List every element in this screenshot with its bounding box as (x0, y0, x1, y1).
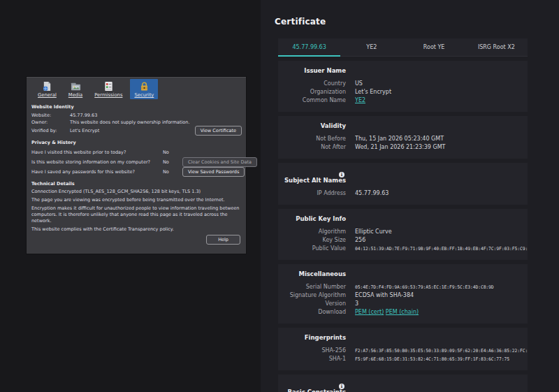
row-label: SHA-256 (278, 347, 346, 355)
cert-row: Key Size 256 (278, 236, 528, 245)
pem-cert-link[interactable]: PEM (cert) (355, 309, 384, 315)
row-value: Thu, 15 Jan 2026 05:23:40 GMT (355, 135, 528, 143)
pem-chain-link[interactable]: PEM (chain) (386, 309, 419, 315)
row-label: Not Before (278, 135, 346, 143)
validity-header: Validity (278, 122, 346, 135)
sha256-hex: F2:A7:56:3F:85:50:B0:35:E5:50:33:89:09:5… (355, 347, 528, 355)
cert-tab-isrg-root[interactable]: ISRG Root X2 (465, 38, 528, 57)
owner-row: Owner: This website does not supply owne… (31, 119, 242, 126)
row-label: IP Address (278, 189, 346, 198)
section-issuer-name: Issuer Name Country US Organization Let'… (278, 61, 528, 112)
technical-details-line: This website complies with the Certifica… (31, 226, 242, 233)
row-value: Elliptic Curve (355, 228, 528, 236)
tab-general-label: General (38, 92, 57, 98)
cert-row: Public Value 04:12:51:39:AD:7E:F9:71:9B:… (278, 245, 528, 253)
subject-alt-names-header: Subject Alt Names (278, 176, 346, 189)
section-validity: Validity Not Before Thu, 15 Jan 2026 05:… (278, 116, 528, 159)
privacy-history-header: Privacy & History (31, 140, 242, 145)
fingerprints-header: Fingerprints (278, 333, 346, 347)
row-label: Not After (278, 143, 346, 152)
owner-value: This website does not supply ownership i… (70, 119, 242, 126)
row-label: Country (278, 80, 346, 88)
cert-tab-end-entity[interactable]: 45.77.99.63 (278, 38, 340, 57)
section-subject-alt-names: i Subject Alt Names IP Address 45.77.99.… (278, 163, 528, 205)
cert-row: SHA-1 F5:9F:6E:68:15:DE:31:53:82:4C:71:8… (278, 355, 528, 363)
row-value: Wed, 21 Jan 2026 21:23:39 GMT (355, 143, 528, 152)
privacy-question: Have I saved any passwords for this webs… (31, 169, 163, 175)
website-value: 45.77.99.63 (70, 112, 242, 119)
section-public-key-info: Public Key Info Algorithm Elliptic Curve… (278, 209, 528, 260)
permissions-list-icon (103, 81, 114, 92)
privacy-row-visited: Have I visited this website prior to tod… (31, 147, 242, 157)
help-button[interactable]: Help (206, 235, 240, 245)
tab-permissions[interactable]: Permissions (90, 79, 126, 99)
row-value: 3 (355, 300, 528, 308)
row-label: Version (278, 300, 346, 308)
cert-row-download: Download PEM (cert) PEM (chain) (278, 308, 528, 317)
row-label: Common Name (278, 96, 346, 105)
row-value: Let's Encrypt (355, 88, 528, 96)
website-identity-header: Website Identity (31, 104, 242, 110)
privacy-answer: No (163, 159, 182, 165)
public-key-info-header: Public Key Info (278, 215, 346, 228)
tab-security-label: Security (134, 92, 154, 98)
privacy-question: Have I visited this website prior to tod… (31, 150, 163, 155)
security-lock-icon (139, 81, 150, 92)
row-label: SHA-1 (278, 355, 346, 363)
cert-row: Country US (278, 80, 528, 88)
row-label: Download (278, 308, 346, 317)
tab-permissions-label: Permissions (94, 92, 122, 98)
row-label: Organization (278, 88, 346, 96)
privacy-answer: No (163, 169, 182, 175)
cert-tab-root[interactable]: Root YE (403, 38, 465, 57)
section-miscellaneous: Miscellaneous Serial Number 05:4E:7D:F4:… (278, 264, 528, 324)
verified-by-row: Verified by: Let's Encrypt View Certific… (31, 126, 242, 136)
verified-by-label: Verified by: (31, 128, 70, 133)
row-label: Public Value (278, 245, 346, 253)
sha1-hex: F5:9F:6E:68:15:DE:31:53:82:4C:71:80:65:3… (355, 355, 528, 363)
technical-details-header: Technical Details (31, 181, 242, 187)
certificate-title: Certificate (275, 17, 326, 27)
row-value: 45.77.99.63 (355, 189, 528, 198)
verified-by-value: Let's Encrypt (70, 128, 195, 133)
cert-row: Organization Let's Encrypt (278, 88, 528, 96)
technical-details-line: Encryption makes it difficult for unauth… (31, 205, 242, 224)
general-page-icon (42, 81, 52, 92)
cert-row: Serial Number 05:4E:7D:F4:FD:9A:69:53:79… (278, 283, 528, 291)
website-row: Website: 45.77.99.63 (31, 112, 242, 119)
miscellaneous-header: Miscellaneous (278, 270, 346, 283)
privacy-row-passwords: Have I saved any passwords for this webs… (31, 167, 242, 177)
row-label: Serial Number (278, 283, 346, 291)
view-saved-passwords-button[interactable]: View Saved Passwords (182, 167, 245, 177)
technical-details-line: Connection Encrypted (TLS_AES_128_GCM_SH… (31, 189, 242, 195)
row-value: US (355, 80, 528, 88)
row-label: Algorithm (278, 228, 346, 236)
common-name-link[interactable]: YE2 (355, 97, 365, 103)
cert-row: Common Name YE2 (278, 96, 528, 105)
clear-cookies-button[interactable]: Clear Cookies and Site Data (182, 157, 257, 167)
technical-details-line: The page you are viewing was encrypted b… (31, 197, 242, 203)
page-info-tabstrip: General Media Permissions (27, 78, 246, 99)
tab-security[interactable]: Security (130, 79, 158, 99)
owner-label: Owner: (31, 119, 70, 126)
row-value: 256 (355, 236, 528, 245)
section-basic-constraints: i Basic Constraints Certificate Authorit… (278, 375, 528, 392)
tab-general[interactable]: General (34, 79, 61, 99)
serial-number-hex: 05:4E:7D:F4:FD:9A:69:53:79:A5:EC:1E:F9:5… (355, 283, 528, 291)
tab-media-label: Media (68, 92, 82, 98)
row-label: Key Size (278, 236, 346, 245)
cert-row: Algorithm Elliptic Curve (278, 228, 528, 236)
cert-row: Not Before Thu, 15 Jan 2026 05:23:40 GMT (278, 135, 528, 143)
issuer-name-header: Issuer Name (278, 66, 346, 80)
row-label: Signature Algorithm (278, 291, 346, 300)
public-value-hex: 04:12:51:39:AD:7E:F9:71:9B:9F:40:EB:FF:1… (355, 245, 528, 253)
privacy-row-cookies: Is this website storing information on m… (31, 157, 242, 167)
row-value: ECDSA with SHA-384 (355, 291, 528, 300)
cert-row: Not After Wed, 21 Jan 2026 21:23:39 GMT (278, 143, 528, 152)
cert-tab-intermediate[interactable]: YE2 (340, 38, 402, 57)
section-fingerprints: Fingerprints SHA-256 F2:A7:56:3F:85:50:B… (278, 328, 528, 370)
privacy-question: Is this website storing information on m… (31, 159, 163, 165)
tab-media[interactable]: Media (64, 79, 87, 99)
view-certificate-button[interactable]: View Certificate (195, 126, 242, 136)
cert-row: Version 3 (278, 300, 528, 308)
